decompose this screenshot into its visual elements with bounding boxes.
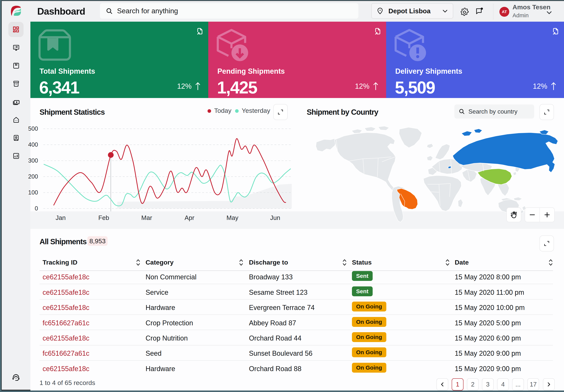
svg-text:Apr: Apr — [184, 214, 194, 221]
svg-text:May: May — [226, 214, 239, 221]
svg-text:Jun: Jun — [270, 214, 280, 221]
svg-text:0: 0 — [35, 205, 38, 212]
svg-text:Feb: Feb — [99, 214, 109, 221]
svg-text:Jan: Jan — [56, 214, 66, 221]
svg-text:300: 300 — [28, 157, 38, 164]
svg-text:100: 100 — [28, 189, 38, 196]
svg-text:400: 400 — [28, 141, 38, 148]
svg-text:500: 500 — [28, 125, 38, 132]
svg-text:200: 200 — [28, 173, 38, 180]
svg-text:Mar: Mar — [141, 214, 152, 221]
